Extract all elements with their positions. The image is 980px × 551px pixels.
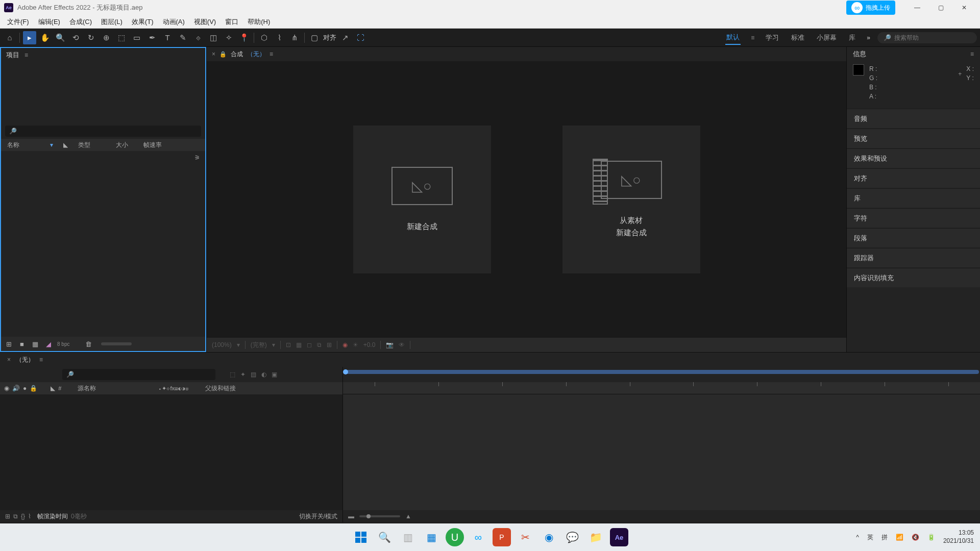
mask-icon[interactable]: ◻ (307, 341, 312, 348)
col-size[interactable]: 大小 (116, 141, 128, 149)
grid-icon[interactable]: ⊞ (327, 341, 332, 348)
widgets-button[interactable]: ▦ (422, 528, 440, 546)
toggle-mode-button[interactable]: 切换开关/模式 (299, 512, 337, 521)
task-view-button[interactable]: ▥ (399, 528, 417, 546)
shape-tool[interactable]: ▭ (130, 31, 143, 44)
app-wechat[interactable]: 💬 (563, 528, 581, 546)
snapshot-icon[interactable]: 📷 (386, 341, 394, 348)
reset-exposure-icon[interactable]: ☀ (353, 341, 358, 348)
bone-tool[interactable]: ⌇ (273, 31, 286, 44)
panel-effects[interactable]: 效果和预设 (847, 148, 980, 168)
info-title[interactable]: 信息 (853, 49, 866, 59)
tl-motion-blur-icon[interactable]: ◐ (261, 371, 266, 378)
panel-menu-icon[interactable]: ≡ (24, 52, 28, 59)
region-icon[interactable]: ⧉ (317, 341, 322, 348)
bpc-label[interactable]: 8 bpc (57, 341, 69, 347)
interpret-icon[interactable]: ⊞ (4, 339, 13, 348)
playhead-icon[interactable] (343, 369, 348, 374)
menu-layer[interactable]: 图层(L) (97, 16, 127, 28)
zoom-out-icon[interactable]: ▬ (348, 513, 354, 520)
zoom-tool[interactable]: 🔍 (54, 31, 67, 44)
brace-icon[interactable]: {} (21, 513, 25, 520)
app-powerpoint[interactable]: P (493, 528, 511, 546)
adjust-icon[interactable]: ◢ (44, 339, 53, 348)
comp-tab-label[interactable]: 合成 (231, 50, 243, 59)
close-tab-icon[interactable]: × (7, 356, 11, 363)
snap-rect-icon[interactable]: ▢ (308, 31, 321, 44)
text-tool[interactable]: T (161, 31, 174, 44)
battery-icon[interactable]: 🔋 (927, 534, 935, 541)
puppet-tool[interactable]: 📍 (237, 31, 251, 44)
show-snapshot-icon[interactable]: 👁 (399, 341, 405, 348)
clock[interactable]: 13:052021/10/31 (943, 529, 974, 545)
tl-fx-icon[interactable]: ✦ (240, 371, 246, 378)
search-button[interactable]: 🔍 (375, 528, 394, 546)
app-snip[interactable]: ✂ (516, 528, 534, 546)
col-fps[interactable]: 帧速率 (143, 141, 162, 149)
close-button[interactable]: ✕ (952, 0, 976, 15)
menu-composition[interactable]: 合成(C) (65, 16, 96, 28)
app-baidu[interactable]: ∞ (469, 528, 487, 546)
tl-graph-icon[interactable]: ▣ (272, 371, 277, 378)
rotation-tool[interactable]: ↻ (84, 31, 97, 44)
app-explorer[interactable]: 📁 (586, 528, 605, 546)
resolution-dropdown[interactable]: (完整) (251, 341, 267, 349)
tab-menu-icon[interactable]: ≡ (39, 356, 43, 363)
workspace-overflow-icon[interactable]: » (867, 34, 870, 41)
lock-icon[interactable]: 🔒 (219, 51, 227, 58)
snap-arrow-icon[interactable]: ↗ (338, 31, 352, 44)
tl-frame-blend-icon[interactable]: ▤ (251, 371, 256, 378)
app-edge[interactable]: ◉ (540, 528, 558, 546)
new-comp-icon[interactable]: ▦ (31, 339, 40, 348)
panel-align[interactable]: 对齐 (847, 168, 980, 188)
audio-col-icon[interactable]: 🔊 (12, 385, 20, 392)
start-button[interactable] (352, 528, 370, 546)
pen-tool[interactable]: ✒ (145, 31, 159, 44)
col-type[interactable]: 类型 (78, 141, 90, 149)
pan-behind-tool[interactable]: ⬚ (115, 31, 128, 44)
panel-audio[interactable]: 音频 (847, 109, 980, 128)
new-comp-card[interactable]: ◺○ 新建合成 (353, 126, 491, 273)
panel-tracker[interactable]: 跟踪器 (847, 248, 980, 267)
panel-character[interactable]: 字符 (847, 208, 980, 228)
roto-tool[interactable]: ✧ (222, 31, 235, 44)
col-name[interactable]: 名称 (7, 141, 19, 149)
close-tab-icon[interactable]: × (212, 51, 215, 58)
trash-icon[interactable]: 🗑 (84, 339, 93, 348)
workspace-menu-icon[interactable]: ≡ (751, 34, 754, 41)
panel-paragraph[interactable]: 段落 (847, 228, 980, 247)
snap-grid-icon[interactable]: ⛶ (354, 31, 367, 44)
thumb-size-slider[interactable] (101, 342, 132, 345)
timeline-search[interactable]: 🔎 (62, 369, 215, 380)
help-search-input[interactable] (894, 34, 971, 41)
eye-col-icon[interactable]: ◉ (4, 385, 9, 392)
maximize-button[interactable]: ▢ (929, 0, 952, 15)
timeline-zoom-slider[interactable] (359, 515, 400, 517)
menu-edit[interactable]: 编辑(E) (34, 16, 64, 28)
volume-icon[interactable]: 🔇 (912, 534, 919, 541)
tray-chevron-icon[interactable]: ^ (856, 534, 859, 541)
exposure-value[interactable]: +0.0 (363, 341, 376, 348)
ime-lang1[interactable]: 英 (867, 533, 873, 542)
brush-tool[interactable]: ✎ (176, 31, 189, 44)
mesh-tool[interactable]: ⬡ (257, 31, 271, 44)
wifi-icon[interactable]: 📶 (896, 534, 903, 541)
tl-shy-icon[interactable]: ⬚ (230, 371, 235, 378)
work-area-bar[interactable] (344, 370, 979, 374)
pin-tool[interactable]: ⋔ (288, 31, 301, 44)
app-after-effects[interactable]: Ae (610, 528, 628, 546)
workspace-small[interactable]: 小屏幕 (816, 31, 838, 44)
source-name-col[interactable]: 源名称 (78, 384, 96, 393)
menu-view[interactable]: 视图(V) (190, 16, 220, 28)
time-ruler[interactable] (343, 382, 980, 394)
new-from-footage-card[interactable]: ◺○ 从素材新建合成 (562, 126, 700, 273)
folder-icon[interactable]: ■ (17, 339, 27, 348)
minimize-button[interactable]: — (905, 0, 929, 15)
parent-col[interactable]: 父级和链接 (205, 384, 236, 393)
project-search[interactable]: 🔎 (5, 126, 201, 137)
snap-label[interactable]: 对齐 (323, 33, 336, 42)
timeline-none-label[interactable]: （无） (16, 356, 34, 364)
panel-preview[interactable]: 预览 (847, 129, 980, 148)
label-col-icon[interactable]: ◣ (51, 385, 55, 392)
transparency-icon[interactable]: ▦ (296, 341, 302, 348)
